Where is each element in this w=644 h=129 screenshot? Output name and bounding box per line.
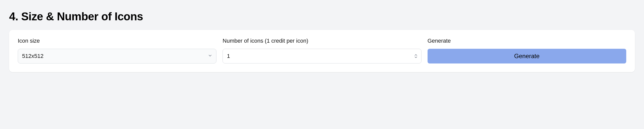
number-of-icons-input[interactable]: [223, 49, 421, 63]
icon-size-select-wrapper: 512x512: [18, 49, 216, 63]
number-of-icons-label: Number of icons (1 credit per icon): [223, 38, 421, 44]
section-title: 4. Size & Number of Icons: [9, 10, 635, 23]
generate-label: Generate: [428, 38, 626, 44]
generate-button[interactable]: Generate: [428, 49, 626, 63]
form-card: Icon size 512x512 Number of icons (1 cre…: [9, 30, 635, 72]
icon-size-select[interactable]: 512x512: [18, 49, 216, 63]
icon-size-value: 512x512: [22, 53, 43, 59]
icon-size-label: Icon size: [18, 38, 216, 44]
number-of-icons-field: Number of icons (1 credit per icon): [223, 38, 421, 63]
number-of-icons-wrapper: [223, 49, 421, 63]
icon-size-field: Icon size 512x512: [18, 38, 216, 63]
generate-field: Generate Generate: [428, 38, 626, 63]
